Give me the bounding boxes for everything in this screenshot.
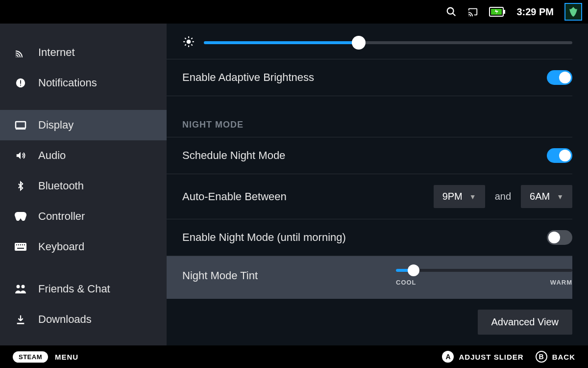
enable-night-mode-row: Enable Night Mode (until morning) <box>167 219 572 256</box>
auto-enable-row: Auto-Enable Between 9PM ▼ and 6AM ▼ <box>167 174 572 219</box>
adaptive-brightness-row: Enable Adaptive Brightness <box>167 59 572 96</box>
advanced-view-button[interactable]: Advanced View <box>478 310 573 335</box>
svg-line-26 <box>185 44 186 45</box>
svg-rect-14 <box>22 244 23 245</box>
keyboard-icon <box>14 243 27 251</box>
svg-rect-8 <box>16 122 25 128</box>
svg-rect-7 <box>20 85 21 86</box>
a-glyph-icon: A <box>442 351 454 363</box>
night-mode-section-title: NIGHT MODE <box>167 96 572 137</box>
svg-rect-6 <box>20 80 21 84</box>
schedule-night-mode-toggle[interactable] <box>547 148 572 163</box>
svg-rect-10 <box>15 243 26 251</box>
row-label: Auto-Enable Between <box>182 190 287 203</box>
footer-b-action[interactable]: B BACK <box>536 351 575 363</box>
night-mode-tint-slider[interactable] <box>396 265 572 276</box>
dropdown-value: 6AM <box>530 191 550 202</box>
sidebar-item-label: Controller <box>38 210 85 223</box>
b-glyph-icon: B <box>536 351 547 363</box>
svg-rect-12 <box>18 244 19 245</box>
svg-rect-16 <box>17 248 24 249</box>
controller-icon <box>14 212 27 221</box>
row-label: Night Mode Tint <box>182 269 258 282</box>
steam-pill[interactable]: STEAM <box>13 351 48 363</box>
svg-point-17 <box>17 285 20 289</box>
sidebar-item-internet[interactable]: Internet <box>0 37 167 68</box>
search-icon[interactable] <box>446 6 457 17</box>
bluetooth-icon <box>14 180 27 192</box>
row-label: Enable Night Mode (until morning) <box>182 231 346 244</box>
svg-point-0 <box>447 8 454 14</box>
svg-line-1 <box>453 13 456 16</box>
enable-night-mode-toggle[interactable] <box>547 230 572 245</box>
brightness-slider[interactable] <box>204 37 572 49</box>
status-time: 3:29 PM <box>516 6 554 18</box>
dropdown-value: 9PM <box>442 191 463 202</box>
auto-enable-to-dropdown[interactable]: 6AM ▼ <box>521 185 572 208</box>
sidebar-item-keyboard[interactable]: Keyboard <box>0 232 167 262</box>
brightness-icon <box>182 35 195 50</box>
tint-warm-label: WARM <box>550 279 572 286</box>
settings-sidebar: Internet Notifications Display Audio <box>0 24 167 345</box>
svg-line-27 <box>191 38 192 39</box>
battery-icon[interactable] <box>489 7 506 17</box>
sidebar-item-downloads[interactable]: Downloads <box>0 304 167 335</box>
sidebar-item-label: Downloads <box>38 313 92 326</box>
svg-rect-13 <box>20 244 21 245</box>
sidebar-item-notifications[interactable]: Notifications <box>0 68 167 98</box>
footer-b-label: BACK <box>552 353 575 361</box>
settings-content: Enable Adaptive Brightness NIGHT MODE Sc… <box>167 24 588 345</box>
auto-enable-from-dropdown[interactable]: 9PM ▼ <box>434 185 485 208</box>
chevron-down-icon: ▼ <box>557 193 564 201</box>
sidebar-item-label: Friends & Chat <box>38 283 110 295</box>
footer-bar: STEAM MENU A ADJUST SLIDER B BACK <box>0 345 588 368</box>
sidebar-item-label: Audio <box>38 149 66 162</box>
footer-menu-label: MENU <box>55 353 78 361</box>
and-label: and <box>495 191 511 202</box>
night-mode-tint-row: Night Mode Tint COOL WARM <box>167 256 572 299</box>
audio-icon <box>14 150 27 161</box>
avatar[interactable] <box>564 3 582 21</box>
svg-line-24 <box>185 38 186 39</box>
svg-point-18 <box>22 285 25 289</box>
svg-rect-11 <box>16 244 17 245</box>
alert-icon <box>14 78 27 88</box>
footer-a-label: ADJUST SLIDER <box>459 353 523 361</box>
sidebar-item-controller[interactable]: Controller <box>0 201 167 232</box>
sidebar-item-audio[interactable]: Audio <box>0 140 167 171</box>
schedule-night-mode-row: Schedule Night Mode <box>167 137 572 174</box>
sidebar-item-label: Display <box>38 119 74 131</box>
row-label: Enable Adaptive Brightness <box>182 71 314 84</box>
cast-icon[interactable] <box>467 6 478 17</box>
svg-rect-3 <box>504 10 505 14</box>
chevron-down-icon: ▼ <box>469 193 476 201</box>
svg-rect-15 <box>24 244 25 245</box>
svg-line-25 <box>191 44 192 45</box>
svg-point-19 <box>187 40 191 44</box>
friends-icon <box>14 284 27 294</box>
display-icon <box>14 119 27 131</box>
advanced-view-row: Advanced View <box>167 299 572 335</box>
sidebar-item-friends[interactable]: Friends & Chat <box>0 274 167 304</box>
sidebar-item-label: Notifications <box>38 77 97 89</box>
footer-a-action[interactable]: A ADJUST SLIDER <box>442 351 523 363</box>
sidebar-item-cloud[interactable]: Cloud <box>0 335 167 345</box>
sidebar-item-display[interactable]: Display <box>0 110 167 140</box>
sidebar-item-label: Keyboard <box>38 240 84 253</box>
brightness-row <box>167 24 572 59</box>
sidebar-item-label: Bluetooth <box>38 180 84 192</box>
wifi-icon <box>14 47 27 58</box>
row-label: Schedule Night Mode <box>182 149 285 162</box>
adaptive-brightness-toggle[interactable] <box>547 70 572 85</box>
tint-cool-label: COOL <box>396 279 416 286</box>
status-bar: 3:29 PM <box>0 0 588 24</box>
sidebar-item-label: Internet <box>38 46 75 59</box>
download-icon <box>14 314 27 325</box>
sidebar-item-bluetooth[interactable]: Bluetooth <box>0 171 167 201</box>
